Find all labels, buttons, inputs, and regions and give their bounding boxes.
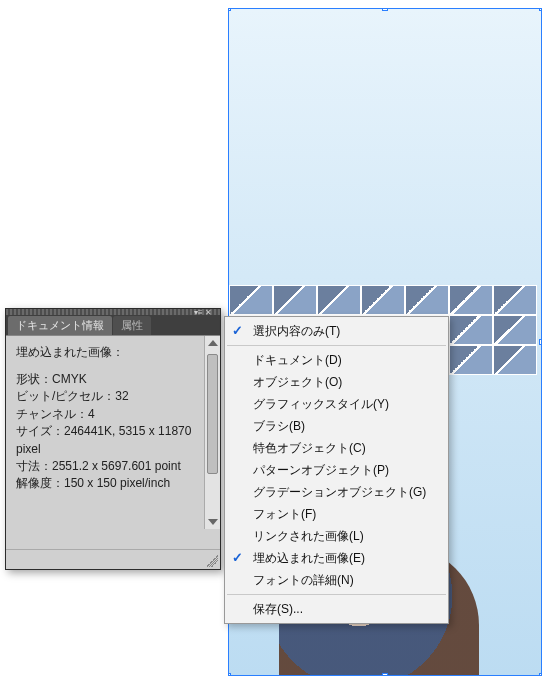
panel-menu-icon[interactable]: ▾≡ ✕ <box>190 308 216 316</box>
menu-object[interactable]: オブジェクト(O) <box>225 371 448 393</box>
check-icon: ✓ <box>232 323 243 338</box>
menu-linked-image[interactable]: リンクされた画像(L) <box>225 525 448 547</box>
menu-selection-only[interactable]: ✓ 選択内容のみ(T) <box>225 320 448 342</box>
panel-section-title: 埋め込まれた画像： <box>16 344 212 361</box>
panel-flyout-menu: ✓ 選択内容のみ(T) ドキュメント(D) オブジェクト(O) グラフィックスタ… <box>224 316 449 624</box>
tab-attributes[interactable]: 属性 <box>113 316 151 335</box>
info-channel: チャンネル：4 <box>16 406 212 423</box>
menu-font[interactable]: フォント(F) <box>225 503 448 525</box>
info-shape: 形状：CMYK <box>16 371 212 388</box>
menu-embedded-image[interactable]: ✓ 埋め込まれた画像(E) <box>225 547 448 569</box>
menu-spot-object[interactable]: 特色オブジェクト(C) <box>225 437 448 459</box>
info-resolution: 解像度：150 x 150 pixel/inch <box>16 475 212 492</box>
panel-scrollbar[interactable] <box>204 336 220 529</box>
menu-separator <box>227 594 446 595</box>
document-info-panel: ▾≡ ✕ ドキュメント情報 属性 埋め込まれた画像： 形状：CMYK ビット/ピ… <box>5 308 221 570</box>
panel-grip[interactable]: ▾≡ ✕ <box>6 309 220 315</box>
menu-pattern-object[interactable]: パターンオブジェクト(P) <box>225 459 448 481</box>
info-size: サイズ：246441K, 5315 x 11870 pixel <box>16 423 212 458</box>
menu-font-detail[interactable]: フォントの詳細(N) <box>225 569 448 591</box>
panel-footer <box>6 549 220 569</box>
menu-separator <box>227 345 446 346</box>
info-dimensions: 寸法：2551.2 x 5697.601 point <box>16 458 212 475</box>
resize-grip-icon[interactable] <box>206 555 218 567</box>
menu-save[interactable]: 保存(S)... <box>225 598 448 620</box>
info-bpp: ビット/ピクセル：32 <box>16 388 212 405</box>
menu-brush[interactable]: ブラシ(B) <box>225 415 448 437</box>
menu-graphic-style[interactable]: グラフィックスタイル(Y) <box>225 393 448 415</box>
check-icon: ✓ <box>232 550 243 565</box>
tab-document-info[interactable]: ドキュメント情報 <box>8 316 112 335</box>
menu-document[interactable]: ドキュメント(D) <box>225 349 448 371</box>
menu-gradient-object[interactable]: グラデーションオブジェクト(G) <box>225 481 448 503</box>
